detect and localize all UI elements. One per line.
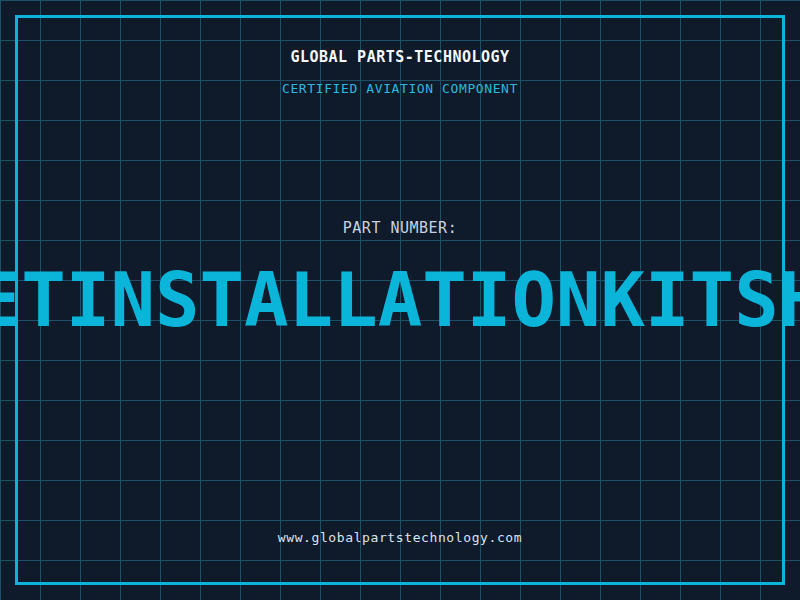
blueprint-label-screen: GLOBAL PARTS-TECHNOLOGY CERTIFIED AVIATI…	[0, 0, 800, 600]
website-url: www.globalpartstechnology.com	[0, 530, 800, 546]
part-number-value: ETINSTALLATIONKITSH	[0, 252, 800, 348]
part-number-label: PART NUMBER:	[0, 220, 800, 237]
company-title: GLOBAL PARTS-TECHNOLOGY	[0, 49, 800, 66]
certification-tagline: CERTIFIED AVIATION COMPONENT	[0, 81, 800, 96]
part-number-strip: ETINSTALLATIONKITSH	[0, 252, 800, 348]
